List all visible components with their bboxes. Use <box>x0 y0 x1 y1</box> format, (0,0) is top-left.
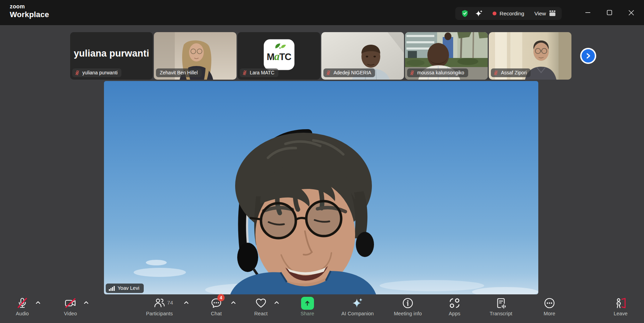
meeting-toolbar: Audio Video <box>0 294 644 323</box>
react-label: React <box>254 311 268 316</box>
more-label: More <box>544 311 555 316</box>
leave-door-icon <box>614 297 627 309</box>
participants-button[interactable]: 74 Participants <box>132 296 187 322</box>
audio-level-bars-icon <box>109 286 115 291</box>
mic-muted-icon <box>242 70 247 75</box>
participant-tile-yuliana[interactable]: yuliana purwanti yuliana purwanti <box>70 32 153 80</box>
view-button[interactable]: View <box>534 10 556 17</box>
recording-label: Recording <box>500 10 524 17</box>
ai-companion-sparkle-icon <box>351 297 364 309</box>
chevron-right-icon <box>585 53 591 59</box>
share-screen-icon <box>301 297 314 310</box>
video-off-icon <box>64 297 77 309</box>
mic-muted-icon <box>16 297 28 309</box>
participant-tile-adedeji[interactable]: Adedeji NIGERIA <box>321 32 404 80</box>
leave-label: Leave <box>614 311 628 316</box>
react-options-caret[interactable] <box>274 301 279 304</box>
meeting-status-pill: Recording View <box>455 7 562 20</box>
participant-name-pill: yuliana purwanti <box>72 68 121 77</box>
participants-icon <box>153 297 165 309</box>
chat-label: Chat <box>211 311 222 316</box>
participant-tile-zehavit[interactable]: Zehavit Ben Hillel <box>154 32 237 80</box>
close-button[interactable] <box>620 0 642 25</box>
sparkle-icon <box>475 9 483 18</box>
brand-workplace: Workplace <box>10 11 49 19</box>
brand-zoom: zoom <box>10 4 49 9</box>
participant-name-label: Adedeji NIGERIA <box>334 70 371 75</box>
participants-count: 74 <box>167 300 173 306</box>
titlebar: zoom Workplace Recording View <box>0 0 644 25</box>
chevron-up-icon <box>36 301 40 304</box>
apps-label: Apps <box>449 311 460 316</box>
transcript-icon <box>495 297 507 309</box>
leaf-icon <box>272 43 286 50</box>
participant-name-pill: Assaf Zipori <box>491 68 531 77</box>
transcript-button[interactable]: Transcript <box>473 296 529 322</box>
minimize-button[interactable] <box>577 0 599 25</box>
heart-icon <box>255 297 267 309</box>
participant-tile-lara[interactable]: MaTC Lara MATC <box>238 32 320 80</box>
recording-indicator[interactable]: Recording <box>493 10 524 17</box>
transcript-label: Transcript <box>490 311 512 316</box>
participant-name-label: Zehavit Ben Hillel <box>160 70 198 75</box>
participant-name-pill: moussa kalunsongiko <box>407 68 468 77</box>
view-grid-icon <box>549 10 556 16</box>
mic-muted-icon <box>326 70 331 75</box>
more-ellipsis-icon <box>544 297 555 309</box>
participant-filmstrip: yuliana purwanti yuliana purwanti <box>70 32 571 80</box>
meeting-info-label: Meeting info <box>394 311 422 316</box>
apps-icon <box>449 297 460 309</box>
mic-muted-icon <box>493 70 499 75</box>
ai-companion-status-button[interactable] <box>475 9 483 18</box>
participant-name-label: Lara MATC <box>250 70 275 75</box>
participant-name-label: yuliana purwanti <box>82 70 118 75</box>
participant-name-label: moussa kalunsongiko <box>417 70 464 75</box>
participant-name-pill: Adedeji NIGERIA <box>323 68 375 77</box>
video-button[interactable]: Video <box>43 296 98 322</box>
chevron-up-icon <box>184 301 189 304</box>
ai-companion-label: AI Companion <box>341 311 374 316</box>
close-icon <box>628 10 634 16</box>
participants-label: Participants <box>146 311 173 316</box>
chat-unread-badge: 4 <box>217 294 225 301</box>
participant-name-label: Assaf Zipori <box>501 70 527 75</box>
speaker-video-frame <box>104 81 538 294</box>
more-button[interactable]: More <box>522 296 577 322</box>
recording-dot-icon <box>493 12 496 15</box>
video-options-caret[interactable] <box>84 301 89 304</box>
share-button[interactable]: Share <box>279 296 335 322</box>
zoom-workplace-logo: zoom Workplace <box>10 4 49 19</box>
zoom-meeting-window: zoom Workplace Recording View <box>0 0 644 323</box>
active-speaker-video: Yoav Levi <box>104 81 538 294</box>
minimize-icon <box>585 10 591 15</box>
active-speaker-name: Yoav Levi <box>118 285 139 291</box>
security-shield-button[interactable] <box>461 9 469 17</box>
active-speaker-name-tag: Yoav Levi <box>106 284 144 293</box>
window-controls <box>577 0 642 25</box>
info-icon <box>402 297 414 309</box>
mic-muted-icon <box>75 70 80 75</box>
matc-logo: MaTC <box>264 39 294 70</box>
participant-tile-moussa[interactable]: moussa kalunsongiko <box>405 32 488 80</box>
participant-name-pill: Zehavit Ben Hillel <box>156 68 202 77</box>
participant-tile-assaf[interactable]: Assaf Zipori <box>489 32 571 80</box>
participants-options-caret[interactable] <box>184 301 189 304</box>
maximize-icon <box>607 10 612 15</box>
chevron-up-icon <box>274 301 279 304</box>
audio-options-caret[interactable] <box>36 301 40 304</box>
participant-name-pill: Lara MATC <box>240 68 278 77</box>
audio-label: Audio <box>16 311 29 316</box>
filmstrip-next-button[interactable] <box>580 48 596 64</box>
maximize-button[interactable] <box>599 0 620 25</box>
leave-button[interactable]: Leave <box>593 296 644 322</box>
shield-check-icon <box>461 9 469 17</box>
matc-logo-text: MaTC <box>267 51 291 62</box>
chevron-up-icon <box>84 301 89 304</box>
share-label: Share <box>300 311 314 316</box>
ai-companion-button[interactable]: AI Companion <box>330 296 385 322</box>
video-label: Video <box>64 311 77 316</box>
mic-muted-icon <box>410 70 415 75</box>
view-label: View <box>534 10 546 17</box>
